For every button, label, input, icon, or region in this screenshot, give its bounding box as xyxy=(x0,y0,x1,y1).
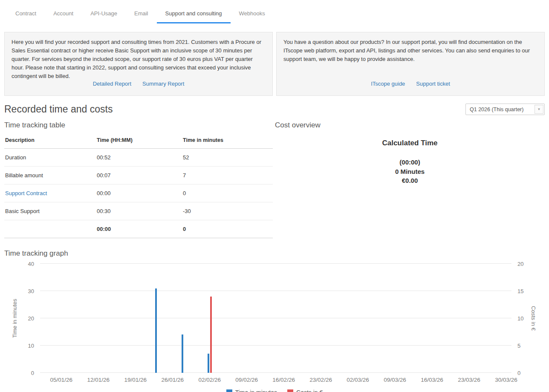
support-portal-info-box: You have a question about our products? … xyxy=(276,32,545,96)
row-minutes: 7 xyxy=(182,167,273,184)
table-row: Billable amount 00:07 7 xyxy=(4,167,273,184)
support-contract-link[interactable]: Support Contract xyxy=(5,190,47,196)
y-axis-title-right: Costs in € xyxy=(531,306,537,331)
legend-item: Costs in € xyxy=(287,389,323,392)
x-tick-label: 19/01/26 xyxy=(124,377,147,383)
time-tracking-table-section: Time tracking table Description Time (HH… xyxy=(4,121,273,238)
support-ticket-link[interactable]: Support ticket xyxy=(416,81,450,87)
x-tick-label: 09/03/26 xyxy=(384,377,406,383)
legend-item: Time in minutes xyxy=(226,389,277,392)
time-tracking-table-title: Time tracking table xyxy=(4,121,273,130)
tab-bar: Contract Account API-Usage Email Support… xyxy=(0,6,549,23)
chart-legend: Time in minutesCosts in € xyxy=(4,389,545,392)
x-tick-label: 12/01/26 xyxy=(87,377,110,383)
row-time: 00:52 xyxy=(96,149,182,167)
itscope-guide-link[interactable]: ITscope guide xyxy=(371,81,405,87)
gridline xyxy=(40,345,511,346)
quarter-select[interactable]: Q1 2026 (This quarter) ▼ xyxy=(465,104,545,115)
row-description: Duration xyxy=(4,149,96,167)
legend-swatch xyxy=(287,389,293,392)
x-tick-label: 05/01/26 xyxy=(50,377,72,383)
y-tick-left: 30 xyxy=(28,288,34,294)
col-header-description: Description xyxy=(4,135,96,149)
col-header-minutes: Time in minutes xyxy=(182,135,273,149)
chart-bar[interactable] xyxy=(208,354,209,373)
time-tracking-graph-title: Time tracking graph xyxy=(4,249,545,258)
chart-bar[interactable] xyxy=(182,334,183,373)
gridline xyxy=(40,263,511,264)
row-minutes: 52 xyxy=(182,149,273,167)
quarter-select-value: Q1 2026 (This quarter) xyxy=(466,107,534,112)
x-tick-label: 16/03/26 xyxy=(421,377,443,383)
row-description: Billable amount xyxy=(4,167,96,184)
row-time: 00:00 xyxy=(96,184,182,202)
tab-api-usage[interactable]: API-Usage xyxy=(82,6,126,23)
table-header-row: Description Time (HH:MM) Time in minutes xyxy=(4,135,273,149)
row-description: Basic Support xyxy=(4,202,96,220)
chevron-down-icon: ▼ xyxy=(535,105,543,114)
tab-support-and-consulting[interactable]: Support and consulting xyxy=(157,6,231,23)
x-tick-label: 23/02/26 xyxy=(309,377,332,383)
tab-webhooks[interactable]: Webhooks xyxy=(231,6,274,23)
legend-swatch xyxy=(226,389,232,392)
page-title: Recorded time and costs xyxy=(4,104,113,115)
calculated-time-minutes: 0 Minutes xyxy=(275,167,545,176)
gridline xyxy=(40,318,511,318)
tab-account[interactable]: Account xyxy=(45,6,82,23)
summary-report-link[interactable]: Summary Report xyxy=(142,81,184,87)
support-portal-info-text: You have a question about our products? … xyxy=(283,38,537,63)
tab-email[interactable]: Email xyxy=(126,6,157,23)
x-tick-label: 26/01/26 xyxy=(161,377,184,383)
table-total-row: 00:00 0 xyxy=(4,220,273,238)
cost-overview-content: Calculated Time (00:00) 0 Minutes €0.00 xyxy=(275,139,545,185)
y-axis-title-left: Time in minutes xyxy=(12,299,18,337)
gridline xyxy=(40,372,511,373)
calculated-cost-euro: €0.00 xyxy=(275,176,545,185)
y-tick-left: 40 xyxy=(28,261,34,267)
x-tick-label: 16/02/26 xyxy=(272,377,295,383)
x-tick-label: 23/03/26 xyxy=(458,377,480,383)
legend-label: Costs in € xyxy=(296,389,323,392)
y-tick-right: 15 xyxy=(517,288,523,294)
time-tracking-chart: Time in minutes 0102030400510152005/01/2… xyxy=(4,264,545,373)
chart-plot: 0102030400510152005/01/2612/01/2619/01/2… xyxy=(40,264,511,373)
x-tick-label: 02/02/26 xyxy=(198,377,221,383)
content-columns: Time tracking table Description Time (HH… xyxy=(4,121,545,238)
report-links: Detailed Report Summary Report xyxy=(12,81,266,89)
y-tick-right: 10 xyxy=(517,315,523,322)
y-tick-right: 5 xyxy=(517,343,520,349)
total-time: 00:00 xyxy=(96,220,182,238)
cost-overview-section: Cost overview Calculated Time (00:00) 0 … xyxy=(273,121,545,238)
time-tracking-graph-section: Time tracking graph Time in minutes 0102… xyxy=(4,249,545,392)
x-tick-label: 02/03/26 xyxy=(347,377,369,383)
chart-bar[interactable] xyxy=(210,297,212,373)
x-tick-label: 30/03/26 xyxy=(495,377,517,383)
detailed-report-link[interactable]: Detailed Report xyxy=(93,81,131,87)
support-times-info-text: Here you will find your recorded support… xyxy=(12,38,266,81)
tab-contract[interactable]: Contract xyxy=(7,6,45,23)
y-tick-left: 20 xyxy=(28,315,34,322)
row-time: 00:30 xyxy=(96,202,182,220)
info-boxes: Here you will find your recorded support… xyxy=(4,32,545,96)
table-row: Duration 00:52 52 xyxy=(4,149,273,167)
y-tick-left: 0 xyxy=(31,370,34,376)
y-tick-left: 10 xyxy=(28,343,34,349)
support-links: ITscope guide Support ticket xyxy=(283,81,537,89)
total-empty-cell xyxy=(4,220,96,238)
row-time: 00:07 xyxy=(96,167,182,184)
calculated-time-hhmm: (00:00) xyxy=(275,158,545,167)
chart-bar[interactable] xyxy=(155,288,157,373)
table-row: Basic Support 00:30 -30 xyxy=(4,202,273,220)
table-row: Support Contract 00:00 0 xyxy=(4,184,273,202)
cost-overview-title: Cost overview xyxy=(275,121,545,130)
legend-label: Time in minutes xyxy=(235,389,277,392)
col-header-time: Time (HH:MM) xyxy=(96,135,182,149)
section-header: Recorded time and costs Q1 2026 (This qu… xyxy=(4,104,545,115)
calculated-time-heading: Calculated Time xyxy=(275,139,545,147)
support-times-info-box: Here you will find your recorded support… xyxy=(4,32,273,96)
y-tick-right: 0 xyxy=(517,370,520,376)
total-minutes: 0 xyxy=(182,220,273,238)
row-minutes: -30 xyxy=(182,202,273,220)
time-tracking-table: Description Time (HH:MM) Time in minutes… xyxy=(4,135,273,238)
gridline xyxy=(40,291,511,291)
